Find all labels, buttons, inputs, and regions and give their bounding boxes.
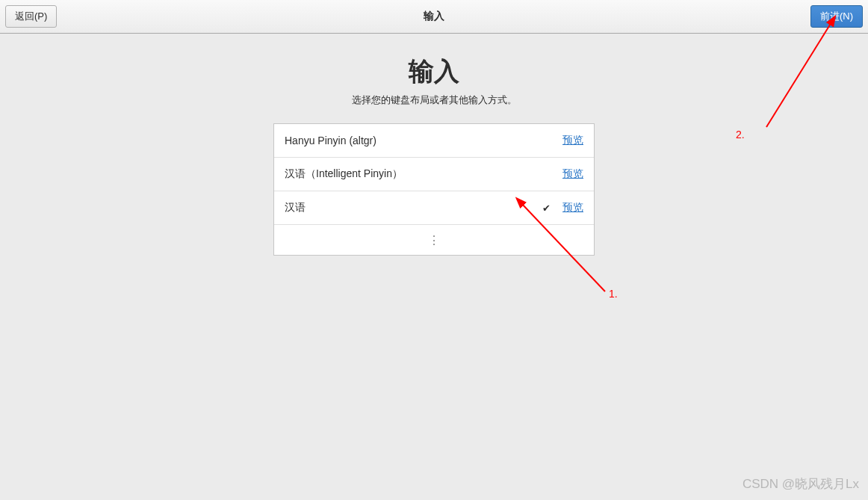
list-item-label: 汉语 — [285, 201, 542, 214]
list-item[interactable]: Hanyu Pinyin (altgr) 预览 — [274, 124, 594, 158]
header-title: 输入 — [424, 10, 444, 23]
list-item[interactable]: 汉语 ✔ 预览 — [274, 191, 594, 225]
next-button[interactable]: 前进(N) — [810, 5, 863, 28]
annotation-label-1: 1. — [609, 288, 618, 300]
checkmark-icon: ✔ — [542, 203, 551, 214]
preview-link[interactable]: 预览 — [562, 167, 583, 181]
watermark: CSDN @晓风残月Lx — [743, 475, 859, 493]
input-method-list: Hanyu Pinyin (altgr) 预览 汉语（Intelligent P… — [273, 123, 595, 256]
more-button[interactable]: ⋮ — [274, 225, 594, 255]
main-content: 输入 选择您的键盘布局或者其他输入方式。 Hanyu Pinyin (altgr… — [0, 34, 868, 256]
annotation-label-2: 2. — [736, 129, 745, 141]
list-item-label: 汉语（Intelligent Pinyin） — [285, 167, 562, 181]
page-title: 输入 — [409, 55, 459, 89]
header-bar: 返回(P) 输入 前进(N) — [0, 0, 868, 34]
more-icon: ⋮ — [428, 233, 440, 247]
list-item[interactable]: 汉语（Intelligent Pinyin） 预览 — [274, 158, 594, 191]
back-button[interactable]: 返回(P) — [5, 5, 57, 28]
preview-link[interactable]: 预览 — [562, 134, 583, 147]
list-item-label: Hanyu Pinyin (altgr) — [285, 135, 562, 146]
preview-link[interactable]: 预览 — [562, 201, 583, 214]
page-subtitle: 选择您的键盘布局或者其他输入方式。 — [352, 93, 517, 107]
